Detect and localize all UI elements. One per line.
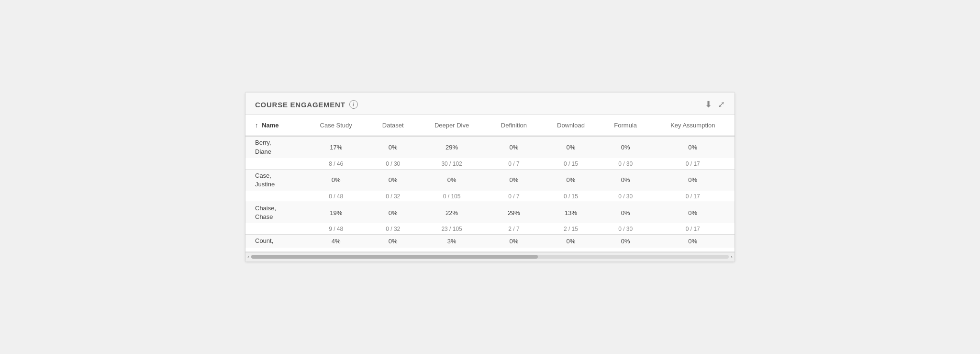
formula-frac: 0 / 30 bbox=[600, 191, 651, 202]
deeper_dive-frac: 0 / 105 bbox=[417, 191, 486, 202]
key_assumption-pct: 0% bbox=[651, 136, 735, 158]
case_study-pct: 0% bbox=[303, 169, 368, 191]
deeper_dive-frac bbox=[417, 248, 486, 252]
dataset-pct: 0% bbox=[368, 136, 417, 158]
key_assumption-frac: 0 / 17 bbox=[651, 223, 735, 235]
col-header-download[interactable]: Download bbox=[542, 115, 600, 136]
case_study-pct: 4% bbox=[303, 235, 368, 248]
download-pct: 0% bbox=[542, 169, 600, 191]
download-frac: 2 / 15 bbox=[542, 223, 600, 235]
download-pct: 0% bbox=[542, 235, 600, 248]
col-header-name[interactable]: ↑ Name bbox=[245, 115, 303, 136]
deeper_dive-pct: 3% bbox=[417, 235, 486, 248]
download-frac bbox=[542, 248, 600, 252]
table-row: Berry,Diane17%0%29%0%0%0%0% bbox=[245, 136, 735, 158]
key_assumption-frac bbox=[651, 248, 735, 252]
scroll-right-icon[interactable]: › bbox=[731, 254, 733, 260]
formula-pct: 0% bbox=[600, 169, 651, 191]
dataset-pct: 0% bbox=[368, 202, 417, 224]
deeper_dive-pct: 29% bbox=[417, 136, 486, 158]
definition-frac: 2 / 7 bbox=[486, 223, 542, 235]
title-row: COURSE ENGAGEMENT i bbox=[255, 100, 358, 109]
engagement-table: ↑ Name Case Study Dataset Deeper Dive De… bbox=[245, 115, 735, 251]
deeper_dive-frac: 30 / 102 bbox=[417, 158, 486, 170]
course-engagement-widget: COURSE ENGAGEMENT i ⬇ ⤢ ↑ Name Case Stud… bbox=[245, 92, 735, 262]
definition-frac: 0 / 7 bbox=[486, 158, 542, 170]
widget-header: COURSE ENGAGEMENT i ⬇ ⤢ bbox=[245, 92, 735, 115]
formula-pct: 0% bbox=[600, 235, 651, 248]
case_study-pct: 17% bbox=[303, 136, 368, 158]
formula-frac bbox=[600, 248, 651, 252]
table-row-frac: 9 / 480 / 3223 / 1052 / 72 / 150 / 300 /… bbox=[245, 223, 735, 235]
sort-arrow-icon: ↑ bbox=[255, 122, 258, 129]
deeper_dive-pct: 0% bbox=[417, 169, 486, 191]
case_study-frac: 0 / 48 bbox=[303, 191, 368, 202]
key_assumption-pct: 0% bbox=[651, 169, 735, 191]
table-row: Case,Justine0%0%0%0%0%0%0% bbox=[245, 169, 735, 191]
student-name: Case,Justine bbox=[245, 169, 303, 191]
definition-pct: 0% bbox=[486, 235, 542, 248]
download-pct: 13% bbox=[542, 202, 600, 224]
download-pct: 0% bbox=[542, 136, 600, 158]
table-row: Chaise,Chase19%0%22%29%13%0%0% bbox=[245, 202, 735, 224]
scrollbar-track[interactable] bbox=[251, 255, 729, 259]
student-name: Berry,Diane bbox=[245, 136, 303, 158]
dataset-pct: 0% bbox=[368, 235, 417, 248]
table-row-frac bbox=[245, 248, 735, 252]
definition-pct: 29% bbox=[486, 202, 542, 224]
col-header-case-study[interactable]: Case Study bbox=[303, 115, 368, 136]
definition-frac: 0 / 7 bbox=[486, 191, 542, 202]
dataset-frac: 0 / 32 bbox=[368, 191, 417, 202]
dataset-frac: 0 / 30 bbox=[368, 158, 417, 170]
table-header-row: ↑ Name Case Study Dataset Deeper Dive De… bbox=[245, 115, 735, 136]
case_study-frac bbox=[303, 248, 368, 252]
case_study-frac: 9 / 48 bbox=[303, 223, 368, 235]
download-icon[interactable]: ⬇ bbox=[705, 100, 712, 109]
widget-title: COURSE ENGAGEMENT bbox=[255, 101, 345, 109]
info-icon[interactable]: i bbox=[349, 100, 358, 109]
table-scroll-wrapper[interactable]: ↑ Name Case Study Dataset Deeper Dive De… bbox=[245, 115, 735, 251]
scroll-left-icon[interactable]: ‹ bbox=[247, 254, 249, 260]
key_assumption-frac: 0 / 17 bbox=[651, 191, 735, 202]
expand-icon[interactable]: ⤢ bbox=[718, 100, 725, 109]
dataset-frac bbox=[368, 248, 417, 252]
name-col-label: Name bbox=[262, 122, 278, 129]
case_study-frac: 8 / 46 bbox=[303, 158, 368, 170]
formula-frac: 0 / 30 bbox=[600, 158, 651, 170]
definition-frac bbox=[486, 248, 542, 252]
deeper_dive-frac: 23 / 105 bbox=[417, 223, 486, 235]
key_assumption-pct: 0% bbox=[651, 235, 735, 248]
table-row: Count,4%0%3%0%0%0%0% bbox=[245, 235, 735, 248]
col-header-formula[interactable]: Formula bbox=[600, 115, 651, 136]
formula-frac: 0 / 30 bbox=[600, 223, 651, 235]
formula-pct: 0% bbox=[600, 136, 651, 158]
col-header-key-assumption[interactable]: Key Assumption bbox=[651, 115, 735, 136]
definition-pct: 0% bbox=[486, 169, 542, 191]
download-frac: 0 / 15 bbox=[542, 158, 600, 170]
horizontal-scrollbar[interactable]: ‹ › bbox=[245, 252, 735, 262]
col-header-definition[interactable]: Definition bbox=[486, 115, 542, 136]
table-row-frac: 0 / 480 / 320 / 1050 / 70 / 150 / 300 / … bbox=[245, 191, 735, 202]
key_assumption-frac: 0 / 17 bbox=[651, 158, 735, 170]
student-name: Count, bbox=[245, 235, 303, 248]
dataset-frac: 0 / 32 bbox=[368, 223, 417, 235]
col-header-deeper-dive[interactable]: Deeper Dive bbox=[417, 115, 486, 136]
formula-pct: 0% bbox=[600, 202, 651, 224]
header-actions: ⬇ ⤢ bbox=[705, 100, 725, 109]
key_assumption-pct: 0% bbox=[651, 202, 735, 224]
dataset-pct: 0% bbox=[368, 169, 417, 191]
definition-pct: 0% bbox=[486, 136, 542, 158]
deeper_dive-pct: 22% bbox=[417, 202, 486, 224]
scrollbar-thumb bbox=[251, 255, 538, 259]
col-header-dataset[interactable]: Dataset bbox=[368, 115, 417, 136]
table-row-frac: 8 / 460 / 3030 / 1020 / 70 / 150 / 300 /… bbox=[245, 158, 735, 170]
student-name: Chaise,Chase bbox=[245, 202, 303, 224]
case_study-pct: 19% bbox=[303, 202, 368, 224]
download-frac: 0 / 15 bbox=[542, 191, 600, 202]
